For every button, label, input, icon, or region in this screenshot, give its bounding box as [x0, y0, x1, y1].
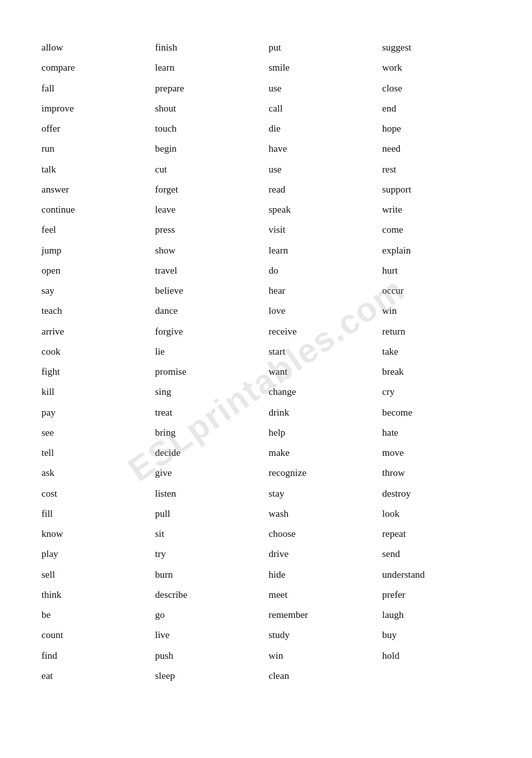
word-cell: sit [152, 525, 266, 543]
word-cell: go [152, 606, 266, 624]
word-cell: cook [39, 343, 152, 361]
word-cell: meet [266, 586, 380, 604]
word-cell: say [39, 282, 152, 300]
word-cell: pull [152, 505, 266, 523]
word-cell: touch [152, 120, 266, 137]
word-cell: be [39, 606, 152, 624]
word-cell: use [266, 161, 380, 178]
word-cell: stay [266, 485, 380, 503]
word-cell: give [152, 464, 266, 482]
word-cell: begin [152, 140, 266, 158]
word-cell [380, 667, 493, 685]
word-cell: finish [152, 39, 266, 56]
word-cell: sell [39, 566, 152, 584]
word-cell: drive [266, 545, 380, 563]
word-cell: compare [39, 59, 152, 77]
word-cell: receive [266, 323, 380, 340]
word-cell: improve [39, 100, 152, 117]
word-cell: prefer [380, 586, 493, 604]
word-cell: choose [266, 525, 380, 543]
word-cell: run [39, 140, 152, 158]
word-cell: suggest [380, 39, 493, 56]
word-cell: forgive [152, 323, 266, 340]
word-cell: become [380, 404, 493, 421]
word-cell: love [266, 302, 380, 320]
word-cell: remember [266, 606, 380, 624]
word-cell: answer [39, 181, 152, 198]
word-cell: write [380, 201, 493, 219]
word-cell: jump [39, 242, 152, 259]
word-cell: come [380, 221, 493, 239]
word-cell: change [266, 383, 380, 401]
word-cell: clean [266, 667, 380, 685]
word-cell: recognize [266, 464, 380, 482]
word-cell: try [152, 545, 266, 563]
word-cell: need [380, 140, 493, 158]
word-cell: hate [380, 424, 493, 442]
word-cell: want [266, 363, 380, 381]
word-cell: visit [266, 221, 380, 239]
word-cell: hold [380, 647, 493, 665]
word-cell: look [380, 505, 493, 523]
word-cell: study [266, 626, 380, 644]
word-cell: understand [380, 566, 493, 584]
word-cell: put [266, 39, 380, 56]
word-cell: describe [152, 586, 266, 604]
word-cell: bring [152, 424, 266, 442]
word-cell: hide [266, 566, 380, 584]
word-cell: call [266, 100, 380, 117]
word-cell: open [39, 262, 152, 279]
word-cell: live [152, 626, 266, 644]
word-cell: hear [266, 282, 380, 300]
word-cell: return [380, 323, 493, 340]
word-cell: dance [152, 302, 266, 320]
word-cell: count [39, 626, 152, 644]
word-cell: destroy [380, 485, 493, 503]
word-cell: help [266, 424, 380, 442]
word-cell: see [39, 424, 152, 442]
word-cell: repeat [380, 525, 493, 543]
word-cell: travel [152, 262, 266, 279]
word-cell: support [380, 181, 493, 198]
word-cell: decide [152, 444, 266, 462]
word-cell: find [39, 647, 152, 665]
word-cell: think [39, 586, 152, 604]
word-cell: kill [39, 383, 152, 401]
word-cell: learn [152, 59, 266, 77]
word-cell: die [266, 120, 380, 137]
word-cell: lie [152, 343, 266, 361]
word-cell: close [380, 80, 493, 97]
word-cell: end [380, 100, 493, 117]
word-cell: talk [39, 161, 152, 178]
word-cell: win [266, 647, 380, 665]
word-cell: rest [380, 161, 493, 178]
word-cell: play [39, 545, 152, 563]
word-cell: forget [152, 181, 266, 198]
word-cell: use [266, 80, 380, 97]
word-cell: take [380, 343, 493, 361]
word-cell: learn [266, 242, 380, 259]
word-cell: offer [39, 120, 152, 137]
word-cell: prepare [152, 80, 266, 97]
word-cell: ask [39, 464, 152, 482]
word-cell: arrive [39, 323, 152, 340]
word-cell: allow [39, 39, 152, 56]
word-cell: read [266, 181, 380, 198]
word-cell: cry [380, 383, 493, 401]
word-grid: allowfinishputsuggestcomparelearnsmilewo… [39, 39, 493, 685]
word-cell: cut [152, 161, 266, 178]
word-cell: leave [152, 201, 266, 219]
word-cell: treat [152, 404, 266, 421]
word-cell: do [266, 262, 380, 279]
word-cell: burn [152, 566, 266, 584]
word-cell: occur [380, 282, 493, 300]
word-cell: drink [266, 404, 380, 421]
word-cell: start [266, 343, 380, 361]
word-cell: sleep [152, 667, 266, 685]
word-cell: eat [39, 667, 152, 685]
word-cell: sing [152, 383, 266, 401]
word-cell: speak [266, 201, 380, 219]
word-cell: tell [39, 444, 152, 462]
word-cell: break [380, 363, 493, 381]
word-cell: believe [152, 282, 266, 300]
